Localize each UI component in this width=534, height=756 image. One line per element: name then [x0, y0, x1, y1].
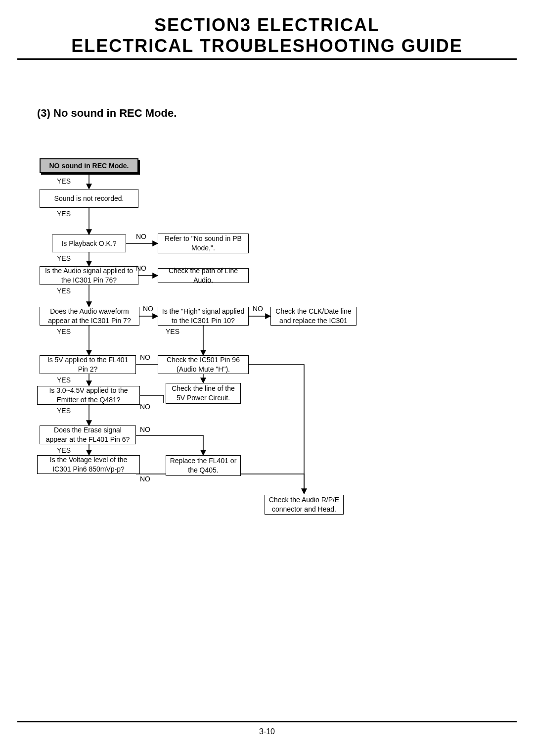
no-label: NO	[140, 475, 150, 483]
flow-decision: Is Playback O.K.?	[52, 235, 126, 252]
flow-decision: Does the Audio waveform appear at the IC…	[40, 307, 139, 326]
flow-action: Check the CLK/Date line and replace the …	[270, 307, 356, 326]
flow-box: Sound is not recorded.	[40, 189, 138, 208]
no-label: NO	[140, 403, 150, 411]
flow-decision: Is the Audio signal applied to the IC301…	[40, 266, 138, 285]
flow-action: Check the line of the 5V Power Circuit.	[166, 383, 241, 404]
flow-action: Check the IC501 Pin 96 (Audio Mute "H").	[158, 355, 249, 374]
flow-decision: Is the "High" signal applied to the IC30…	[158, 307, 249, 326]
subsection-title: (3) No sound in REC Mode.	[37, 107, 177, 120]
flow-action: Replace the FL401 or the Q405.	[166, 455, 241, 476]
no-label: NO	[140, 425, 150, 433]
flow-decision: Is 3.0~4.5V applied to the Emitter of th…	[37, 386, 140, 405]
section-title-1: SECTION3 ELECTRICAL	[0, 15, 534, 36]
header-rule	[17, 58, 517, 60]
no-label: NO	[253, 305, 263, 313]
flow-decision: Is 5V applied to the FL401 Pin 2?	[40, 355, 136, 374]
footer-rule	[17, 721, 517, 722]
flow-action: Check the path of Line Audio.	[158, 268, 249, 283]
flow-action: Refer to "No sound in PB Mode,".	[158, 234, 249, 253]
no-label: NO	[136, 264, 146, 272]
flow-start: NO sound in REC Mode.	[40, 158, 138, 173]
yes-label: YES	[57, 254, 71, 262]
yes-label: YES	[57, 177, 71, 185]
no-label: NO	[136, 233, 146, 240]
yes-label: YES	[57, 376, 71, 384]
section-title-2: ELECTRICAL TROUBLESHOOTING GUIDE	[0, 36, 534, 56]
yes-label: YES	[57, 407, 71, 415]
yes-label: YES	[57, 210, 71, 218]
flow-decision: Is the Voltage level of the IC301 Pin6 8…	[37, 455, 140, 474]
no-label: NO	[143, 305, 153, 313]
yes-label: YES	[57, 287, 71, 295]
flow-final: Check the Audio R/P/E connector and Head…	[265, 495, 344, 515]
flowchart: NO sound in REC Mode. YES Sound is not r…	[37, 158, 383, 505]
flow-decision: Does the Erase signal appear at the FL40…	[40, 425, 136, 444]
page-number: 3-10	[0, 727, 534, 736]
yes-label: YES	[166, 328, 179, 335]
no-label: NO	[140, 353, 150, 361]
yes-label: YES	[57, 446, 71, 454]
yes-label: YES	[57, 328, 71, 335]
